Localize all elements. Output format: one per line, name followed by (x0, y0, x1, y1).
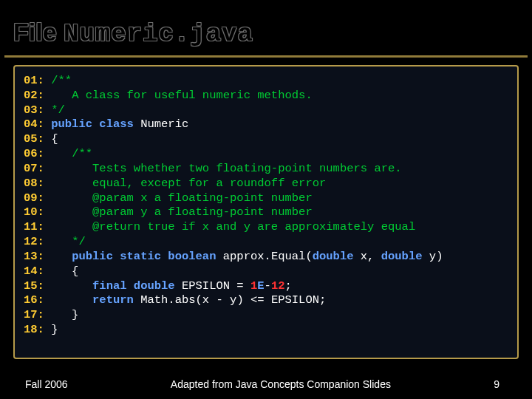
code-token: - (265, 279, 271, 293)
code-line: 09: @param x a floating-point number (24, 191, 508, 206)
code-block: 01: /**02: A class for useful numeric me… (13, 65, 519, 359)
line-number: 12: (24, 235, 44, 248)
code-token (44, 250, 72, 263)
code-token: double (313, 250, 361, 263)
code-token: A class for useful numeric methods. (72, 89, 313, 102)
code-token: @return true if x and y are approximatel… (92, 220, 415, 233)
title-underline (4, 55, 528, 58)
code-token: /** (51, 74, 72, 87)
code-token: } (44, 323, 58, 336)
code-token: */ (72, 235, 86, 248)
code-token: final double (92, 279, 182, 293)
code-token: 1 (250, 279, 257, 293)
line-number: 18: (24, 323, 44, 336)
code-token: double (381, 250, 429, 263)
code-token (44, 220, 92, 233)
code-token (44, 162, 92, 175)
line-number: 05: (24, 132, 44, 146)
line-number: 01: (24, 74, 44, 87)
code-token: @param y a floating-point number (92, 205, 313, 219)
footer-center: Adapted from Java Concepts Companion Sli… (68, 378, 494, 390)
code-token (44, 235, 72, 248)
code-line: 08: equal, except for a roundoff error (24, 177, 508, 191)
line-number: 15: (24, 279, 44, 293)
code-line: 16: return Math.abs(x - y) <= EPSILON; (24, 293, 508, 308)
code-token: Math.abs(x - y) <= EPSILON; (140, 293, 326, 307)
code-token (44, 89, 72, 102)
line-number: 08: (24, 177, 44, 190)
code-token (44, 205, 92, 219)
code-token (44, 279, 92, 293)
code-token: */ (51, 103, 65, 117)
code-line: 18: } (24, 323, 508, 338)
code-token: } (44, 308, 79, 321)
slide-footer: Fall 2006 Adapted from Java Concepts Com… (0, 378, 532, 390)
footer-page-number: 9 (494, 378, 499, 390)
line-number: 07: (24, 162, 44, 175)
line-number: 06: (24, 147, 44, 160)
code-line: 11: @return true if x and y are approxim… (24, 220, 508, 235)
line-number: 17: (24, 308, 44, 321)
code-token: approx.Equal( (223, 250, 313, 263)
line-number: 04: (24, 117, 44, 131)
line-number: 02: (24, 89, 44, 102)
line-number: 14: (24, 265, 44, 278)
line-number: 16: (24, 293, 44, 307)
code-line: 03: */ (24, 103, 508, 118)
code-token: /** (72, 147, 92, 160)
code-line: 15: final double EPSILON = 1E-12; (24, 279, 508, 294)
code-line: 07: Tests whether two floating-point num… (24, 162, 508, 177)
code-token (44, 147, 72, 160)
code-line: 05: { (24, 132, 508, 147)
code-token: return (92, 293, 140, 307)
code-token (44, 103, 51, 117)
code-line: 14: { (24, 265, 508, 279)
line-number: 13: (24, 250, 44, 263)
code-token: public static boolean (72, 250, 223, 263)
code-token: x, (361, 250, 381, 263)
code-token (44, 293, 92, 307)
line-number: 09: (24, 191, 44, 205)
code-line: 13: public static boolean approx.Equal(d… (24, 250, 508, 265)
title-area: File Numeric.java (0, 0, 532, 55)
code-token: { (44, 132, 58, 146)
code-line: 17: } (24, 308, 508, 323)
code-token: equal, except for a roundoff error (92, 177, 326, 190)
code-line: 06: /** (24, 147, 508, 162)
code-line: 12: */ (24, 235, 508, 250)
title-word-filename: Numeric.java (64, 20, 253, 48)
line-number: 10: (24, 205, 44, 219)
code-token: EPSILON = (182, 279, 250, 293)
footer-left: Fall 2006 (25, 378, 68, 390)
code-line: 10: @param y a floating-point number (24, 205, 508, 220)
code-token: E (257, 279, 264, 293)
code-token (44, 191, 92, 205)
line-number: 03: (24, 103, 44, 117)
code-line: 01: /** (24, 74, 508, 89)
code-token: { (44, 265, 79, 278)
code-token: Numeric (140, 117, 188, 131)
code-token: Tests whether two floating-point numbers… (92, 162, 402, 175)
code-token (44, 74, 51, 87)
slide-title: File Numeric.java (13, 18, 253, 48)
code-token: @param x a floating-point number (92, 191, 313, 205)
code-line: 04: public class Numeric (24, 117, 508, 132)
code-token: y) (429, 250, 443, 263)
code-token (44, 177, 92, 190)
code-line: 02: A class for useful numeric methods. (24, 89, 508, 103)
code-token (44, 117, 51, 131)
line-number: 11: (24, 220, 44, 233)
code-token: ; (285, 279, 292, 293)
code-token: 12 (271, 279, 285, 293)
title-word-file: File (13, 18, 57, 46)
code-token: public class (51, 117, 140, 131)
